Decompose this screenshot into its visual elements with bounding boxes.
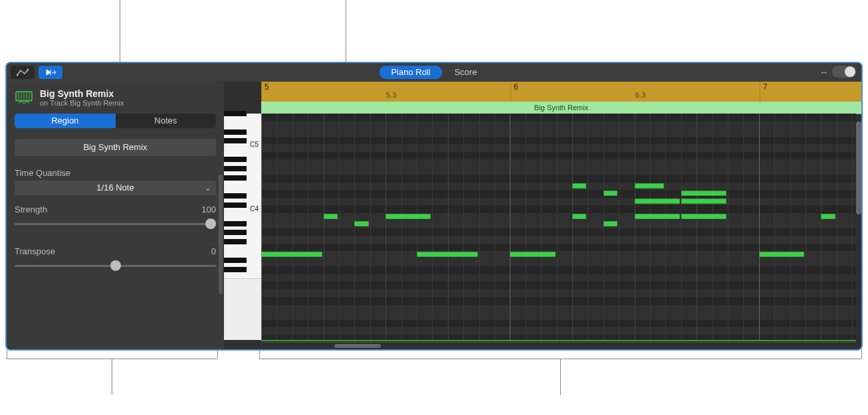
view-tabs: Piano Roll Score xyxy=(379,66,488,79)
region-title: Big Synth Remix xyxy=(40,88,124,99)
midi-region-icon xyxy=(15,90,33,105)
link-icon: ↔ xyxy=(819,67,828,77)
key-label: C4 xyxy=(249,205,260,212)
midi-note[interactable] xyxy=(324,214,338,219)
region-name-field[interactable]: Big Synth Remix xyxy=(15,139,216,156)
note-grid[interactable] xyxy=(261,114,856,340)
time-quantise-label: Time Quantise xyxy=(15,168,70,178)
midi-note[interactable] xyxy=(681,199,726,204)
tab-piano-roll[interactable]: Piano Roll xyxy=(379,66,442,79)
inspector-tabs: Region Notes xyxy=(15,114,216,128)
midi-note[interactable] xyxy=(572,183,586,189)
inspector-tab-notes[interactable]: Notes xyxy=(116,114,217,128)
strength-slider[interactable] xyxy=(15,217,216,230)
region-subtitle: on Track Big Synth Remix xyxy=(40,99,124,107)
transpose-value: 0 xyxy=(211,246,216,256)
inspector-tab-region[interactable]: Region xyxy=(15,114,116,128)
vertical-scrollbar[interactable] xyxy=(856,122,861,214)
midi-note[interactable] xyxy=(681,191,726,196)
grid-footer xyxy=(261,340,856,349)
midi-note[interactable] xyxy=(635,183,665,189)
link-switch[interactable] xyxy=(832,66,856,78)
catch-icon xyxy=(45,68,56,76)
inspector-scrollbar[interactable] xyxy=(219,175,223,294)
time-ruler[interactable]: 5675.36.3 xyxy=(261,82,861,102)
midi-note[interactable] xyxy=(635,214,680,219)
midi-note[interactable] xyxy=(635,199,680,204)
piano-keyboard[interactable]: C5C4 xyxy=(224,114,261,340)
ruler-beat-marker: 6.3 xyxy=(635,91,645,99)
catch-playhead-button[interactable] xyxy=(39,66,62,79)
ruler-bar-marker: 5 xyxy=(261,82,269,102)
midi-note[interactable] xyxy=(603,221,617,226)
piano-roll-editor-window: Piano Roll Score ↔ Big Synth Remix on Tr… xyxy=(7,63,861,349)
strength-label: Strength xyxy=(15,205,47,214)
inspector-panel: Big Synth Remix on Track Big Synth Remix… xyxy=(7,82,224,349)
midi-note[interactable] xyxy=(417,252,478,257)
time-quantise-select[interactable]: 1/16 Note xyxy=(15,181,216,195)
automation-icon xyxy=(17,68,29,76)
ruler-bar-marker: 6 xyxy=(510,82,518,102)
midi-note[interactable] xyxy=(510,252,555,257)
editor-toolbar: Piano Roll Score ↔ xyxy=(7,63,861,82)
region-bar[interactable]: Big Synth Remix xyxy=(261,102,861,114)
ruler-beat-marker: 5.3 xyxy=(386,91,396,99)
region-header: Big Synth Remix on Track Big Synth Remix xyxy=(7,82,224,111)
ruler-bar-marker: 7 xyxy=(760,82,768,102)
midi-note[interactable] xyxy=(572,214,586,219)
midi-note[interactable] xyxy=(681,214,726,219)
transpose-slider[interactable] xyxy=(15,259,216,272)
automation-button[interactable] xyxy=(11,66,35,79)
tab-score[interactable]: Score xyxy=(443,66,489,79)
midi-note[interactable] xyxy=(385,214,431,219)
strength-value: 100 xyxy=(201,205,216,214)
midi-note[interactable] xyxy=(603,191,617,196)
transpose-label: Transpose xyxy=(15,246,55,256)
key-label: C5 xyxy=(249,141,260,148)
link-toggle[interactable]: ↔ xyxy=(819,66,856,78)
piano-roll-area: 5675.36.3 Big Synth Remix C5C4 xyxy=(224,82,861,349)
midi-note[interactable] xyxy=(261,252,322,257)
midi-note[interactable] xyxy=(821,214,835,219)
midi-note[interactable] xyxy=(759,252,804,257)
horizontal-scrollbar[interactable] xyxy=(334,344,381,348)
midi-note[interactable] xyxy=(354,221,368,226)
